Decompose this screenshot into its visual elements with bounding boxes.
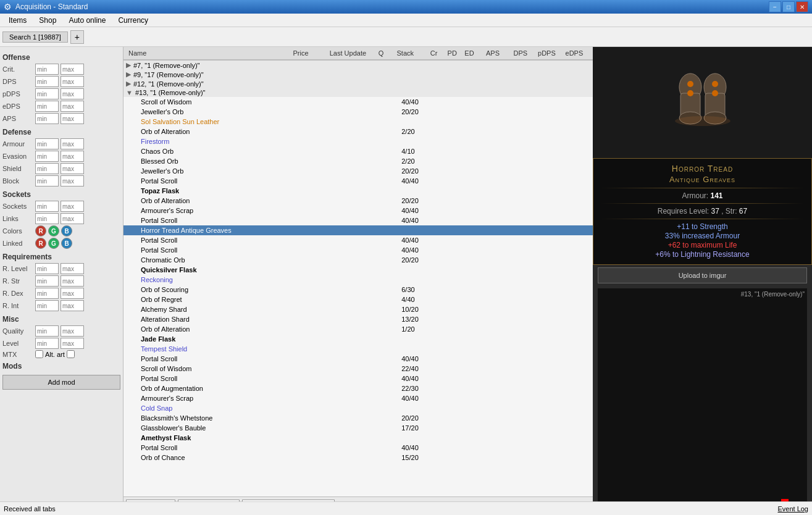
add-mod-button[interactable]: Add mod	[2, 375, 120, 390]
col-price[interactable]: Price	[290, 48, 327, 58]
maximize-button[interactable]: □	[782, 1, 795, 12]
table-row[interactable]: Quicksilver Flask	[123, 265, 593, 275]
level-max[interactable]	[61, 338, 84, 349]
table-row[interactable]: Portal Scroll 40/40	[123, 176, 593, 186]
table-row[interactable]: Scroll of Wisdom 22/40	[123, 364, 593, 374]
rlevel-max[interactable]	[61, 263, 84, 274]
table-row[interactable]: Firestorm	[123, 136, 593, 146]
table-row[interactable]: Portal Scroll 40/40	[123, 245, 593, 255]
col-update[interactable]: Last Update	[327, 48, 376, 58]
menu-currency[interactable]: Currency	[112, 15, 154, 26]
linked-r[interactable]: R	[35, 238, 46, 249]
pdps-max[interactable]	[61, 88, 84, 99]
dps-max[interactable]	[61, 76, 84, 87]
table-row[interactable]: Orb of Alteration 1/20	[123, 324, 593, 334]
shield-max[interactable]	[61, 163, 84, 174]
table-row[interactable]: Portal Scroll 40/40	[123, 374, 593, 383]
color-b[interactable]: B	[61, 225, 72, 237]
table-row[interactable]: Chaos Orb 4/10	[123, 146, 593, 156]
table-row[interactable]: Portal Scroll 40/40	[123, 235, 593, 245]
table-row[interactable]: Orb of Regret 4/40	[123, 295, 593, 304]
table-row[interactable]: Jade Flask	[123, 334, 593, 344]
table-row[interactable]: Chromatic Orb 20/20	[123, 255, 593, 265]
table-row[interactable]: Jeweller's Orb 20/20	[123, 107, 593, 117]
rdex-min[interactable]	[35, 288, 59, 299]
table-row[interactable]: Portal Scroll 40/40	[123, 443, 593, 453]
group-13-header[interactable]: ▼ #13, "1 (Remove-only)"	[123, 88, 593, 97]
col-pd[interactable]: PD	[445, 48, 463, 58]
table-row[interactable]: Amethyst Flask	[123, 433, 593, 443]
alt-art-checkbox[interactable]	[67, 350, 75, 358]
level-min[interactable]	[35, 338, 59, 349]
table-body[interactable]: ▶ #7, "1 (Remove-only)" ▶ #9, "17 (Remov…	[123, 61, 593, 496]
group-7-header[interactable]: ▶ #7, "1 (Remove-only)"	[123, 61, 593, 70]
pdps-min[interactable]	[35, 88, 59, 99]
table-row[interactable]: Orb of Scouring 6/30	[123, 285, 593, 295]
table-row[interactable]: Orb of Chance 15/20	[123, 453, 593, 463]
table-row[interactable]: Topaz Flask	[123, 186, 593, 196]
rdex-max[interactable]	[61, 288, 84, 299]
event-log-button[interactable]: Event Log	[777, 505, 808, 513]
mtx-checkbox[interactable]	[35, 350, 43, 358]
linked-g[interactable]: G	[48, 238, 59, 249]
add-tab-button[interactable]: +	[70, 30, 84, 44]
menu-items[interactable]: Items	[2, 15, 33, 26]
evasion-min[interactable]	[35, 151, 59, 162]
table-row[interactable]: Orb of Alteration 2/20	[123, 127, 593, 136]
rstr-min[interactable]	[35, 275, 59, 287]
linked-b[interactable]: B	[61, 238, 72, 249]
crit-max[interactable]	[61, 64, 84, 75]
col-q[interactable]: Q	[376, 48, 395, 58]
group-9-header[interactable]: ▶ #9, "17 (Remove-only)"	[123, 70, 593, 79]
armour-min[interactable]	[35, 138, 59, 149]
table-row[interactable]: Reckoning	[123, 275, 593, 285]
search-tab[interactable]: Search 1 [19887]	[2, 31, 68, 43]
rint-min[interactable]	[35, 300, 59, 311]
minimize-button[interactable]: −	[769, 1, 781, 12]
table-row[interactable]: Portal Scroll 40/40	[123, 354, 593, 364]
table-row[interactable]: Glassblower's Bauble 17/20	[123, 423, 593, 433]
table-row[interactable]: Scroll of Wisdom 40/40	[123, 97, 593, 107]
sockets-max[interactable]	[61, 201, 84, 212]
rlevel-min[interactable]	[35, 263, 59, 274]
block-max[interactable]	[61, 175, 84, 186]
table-row[interactable]: Orb of Alteration 20/20	[123, 196, 593, 206]
menu-auto-online[interactable]: Auto online	[62, 15, 112, 26]
col-dps[interactable]: DPS	[511, 48, 535, 58]
table-row[interactable]: Blessed Orb 2/20	[123, 156, 593, 166]
crit-min[interactable]	[35, 64, 59, 75]
group-12-header[interactable]: ▶ #12, "1 (Remove-only)"	[123, 79, 593, 88]
table-row[interactable]: Jeweller's Orb 20/20	[123, 166, 593, 176]
col-name[interactable]: Name	[126, 48, 290, 58]
table-row[interactable]: Horror Tread Antique Greaves	[123, 225, 593, 235]
table-row[interactable]: Alteration Shard 13/20	[123, 314, 593, 324]
menu-shop[interactable]: Shop	[33, 15, 62, 26]
col-stack[interactable]: Stack	[394, 48, 427, 58]
quality-max[interactable]	[61, 325, 84, 337]
table-row[interactable]: Armourer's Scrap 40/40	[123, 206, 593, 216]
dps-min[interactable]	[35, 76, 59, 87]
links-max[interactable]	[61, 213, 84, 224]
col-ed[interactable]: ED	[462, 48, 483, 58]
col-pdps[interactable]: pDPS	[535, 48, 563, 58]
table-row[interactable]: Armourer's Scrap 40/40	[123, 393, 593, 403]
shield-min[interactable]	[35, 163, 59, 174]
aps-min[interactable]	[35, 113, 59, 124]
evasion-max[interactable]	[61, 151, 84, 162]
rint-max[interactable]	[61, 300, 84, 311]
table-row[interactable]: Cold Snap	[123, 403, 593, 413]
armour-max[interactable]	[61, 138, 84, 149]
edps-min[interactable]	[35, 101, 59, 112]
block-min[interactable]	[35, 175, 59, 186]
table-row[interactable]: Sol Salvation Sun Leather	[123, 117, 593, 127]
aps-max[interactable]	[61, 113, 84, 124]
rstr-max[interactable]	[61, 275, 84, 287]
col-aps[interactable]: APS	[483, 48, 511, 58]
quality-min[interactable]	[35, 325, 59, 337]
edps-max[interactable]	[61, 101, 84, 112]
links-min[interactable]	[35, 213, 59, 224]
upload-imgur-button[interactable]: Upload to imgur	[598, 267, 807, 283]
sockets-min[interactable]	[35, 201, 59, 212]
table-row[interactable]: Tempest Shield	[123, 344, 593, 354]
table-row[interactable]: Portal Scroll 40/40	[123, 216, 593, 225]
